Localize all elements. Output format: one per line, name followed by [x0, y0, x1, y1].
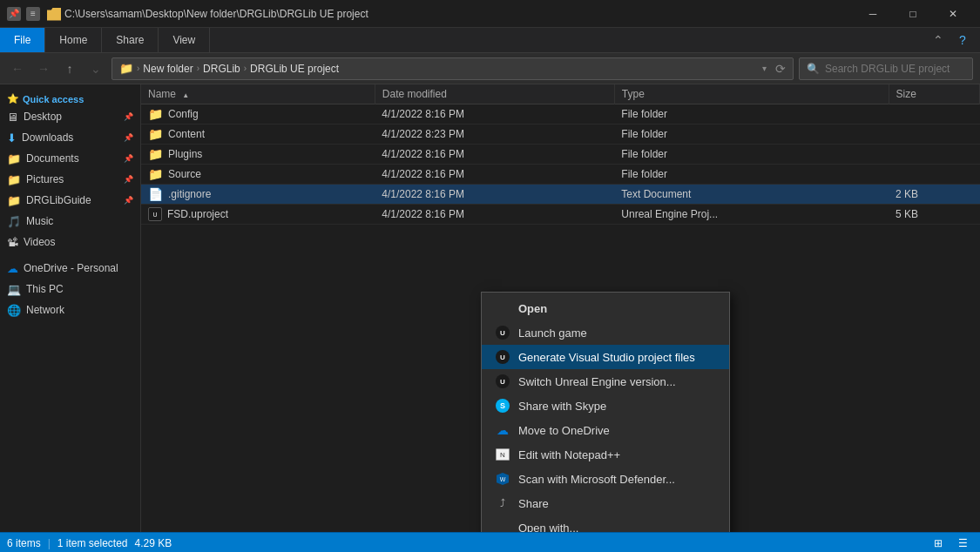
maximize-button[interactable]: □ [893, 0, 933, 28]
ctx-launch[interactable]: U Launch game [482, 320, 729, 345]
videos-icon: 📽 [7, 236, 18, 249]
sidebar-item-documents[interactable]: 📁 Documents 📌 [0, 148, 140, 169]
pin-icon-documents: 📌 [124, 154, 133, 163]
pin-icon-drglibguide: 📌 [124, 196, 133, 205]
help-button[interactable]: ? [952, 30, 973, 50]
col-date[interactable]: Date modified [375, 84, 614, 104]
open-icon [496, 301, 510, 315]
title-path: C:\Users\samam\Desktop\New folder\DRGLib… [64, 8, 853, 20]
file-modified: 4/1/2022 8:16 PM [375, 145, 614, 165]
table-row[interactable]: 📁 Plugins 4/1/2022 8:16 PM File folder [141, 145, 980, 165]
drglibguide-icon: 📁 [7, 194, 21, 207]
up-button[interactable]: ↑ [59, 58, 80, 79]
sidebar-item-pictures[interactable]: 📁 Pictures 📌 [0, 169, 140, 190]
sidebar-item-onedrive[interactable]: ☁ OneDrive - Personal [0, 258, 140, 279]
table-row[interactable]: 📁 Source 4/1/2022 8:16 PM File folder [141, 165, 980, 185]
table-row[interactable]: 📁 Content 4/1/2022 8:23 PM File folder [141, 125, 980, 145]
sidebar-item-music[interactable]: 🎵 Music [0, 211, 140, 232]
ctx-onedrive[interactable]: ☁ Move to OneDrive [482, 418, 729, 442]
sidebar-item-drglibguide[interactable]: 📁 DRGLibGuide 📌 [0, 190, 140, 211]
file-name: FSD.uproject [167, 208, 228, 220]
uproject-icon: U [148, 207, 162, 221]
ribbon: File Home Share View ⌃ ? [0, 28, 980, 53]
openwith-icon [496, 521, 510, 532]
address-path[interactable]: 📁 › New folder › DRGLib › DRGLib UE proj… [112, 57, 794, 80]
file-modified: 4/1/2022 8:16 PM [375, 165, 614, 185]
col-name[interactable]: Name ▲ [141, 84, 375, 104]
file-name: Plugins [168, 148, 202, 160]
sidebar-item-desktop[interactable]: 🖥 Desktop 📌 [0, 106, 140, 127]
folder-icon: 📁 [148, 127, 163, 141]
sidebar-item-network[interactable]: 🌐 Network [0, 300, 140, 320]
back-button[interactable]: ← [7, 58, 28, 79]
file-size [889, 104, 979, 125]
file-name: Content [168, 128, 205, 140]
defender-icon: W [496, 472, 510, 486]
file-size [889, 125, 979, 145]
title-bar-icons: 📌 ≡ [7, 7, 40, 21]
title-bar: 📌 ≡ C:\Users\samam\Desktop\New folder\DR… [0, 0, 980, 28]
skype-icon: S [496, 399, 510, 413]
table-row[interactable]: 📁 Config 4/1/2022 8:16 PM File folder [141, 104, 980, 125]
forward-button[interactable]: → [33, 58, 54, 79]
ctx-generate[interactable]: U Generate Visual Studio project files [482, 345, 729, 369]
search-placeholder: Search DRGLib UE project [825, 63, 950, 75]
folder-icon-addr: 📁 [119, 62, 133, 75]
crumb-2[interactable]: DRGLib [203, 63, 240, 75]
launch-unreal-icon: U [496, 326, 510, 340]
col-size[interactable]: Size [889, 84, 979, 104]
col-type[interactable]: Type [614, 84, 889, 104]
ctx-open[interactable]: Open [482, 296, 729, 320]
address-dropdown-icon[interactable]: ▾ [762, 64, 767, 73]
pin-icon-pictures: 📌 [124, 175, 133, 184]
file-size: 5 KB [889, 205, 979, 225]
ctx-openwith[interactable]: Open with... [482, 515, 729, 532]
grid-view-button[interactable]: ⊞ [928, 535, 949, 552]
file-icon: 📄 [148, 187, 163, 201]
sidebar-item-downloads[interactable]: ⬇ Downloads 📌 [0, 127, 140, 148]
title-controls[interactable]: ─ □ ✕ [853, 0, 973, 28]
list-view-button[interactable]: ☰ [952, 535, 973, 552]
ctx-switch[interactable]: U Switch Unreal Engine version... [482, 369, 729, 394]
minimize-button[interactable]: ─ [853, 0, 893, 28]
tab-view[interactable]: View [159, 28, 210, 52]
recent-button[interactable]: ⌄ [85, 58, 106, 79]
ctx-share[interactable]: ⤴ Share [482, 491, 729, 515]
refresh-button[interactable]: ⟳ [775, 62, 786, 76]
ctx-skype[interactable]: S Share with Skype [482, 394, 729, 418]
desktop-icon: 🖥 [7, 111, 18, 124]
crumb-3[interactable]: DRGLib UE project [250, 63, 339, 75]
file-name: .gitignore [168, 188, 211, 200]
ctx-defender[interactable]: W Scan with Microsoft Defender... [482, 467, 729, 491]
status-view-controls: ⊞ ☰ [928, 535, 973, 552]
tab-home[interactable]: Home [45, 28, 102, 52]
folder-title-icon [47, 7, 61, 21]
search-box[interactable]: 🔍 Search DRGLib UE project [799, 57, 973, 80]
ctx-notepad[interactable]: N Edit with Notepad++ [482, 442, 729, 467]
notepad-icon: N [496, 448, 510, 461]
file-type: File folder [614, 125, 889, 145]
ribbon-tabs: File Home Share View ⌃ ? [0, 28, 980, 52]
file-modified: 4/1/2022 8:16 PM [375, 104, 614, 125]
pictures-icon: 📁 [7, 173, 21, 186]
ribbon-expand-button[interactable]: ⌃ [928, 30, 949, 50]
pin-icon-desktop: 📌 [124, 112, 133, 121]
sidebar-item-thispc[interactable]: 💻 This PC [0, 279, 140, 300]
table-row[interactable]: U FSD.uproject 4/1/2022 8:16 PM Unreal E… [141, 205, 980, 225]
crumb-1[interactable]: New folder [143, 63, 193, 75]
tab-file[interactable]: File [0, 28, 45, 52]
close-button[interactable]: ✕ [933, 0, 973, 28]
pin-icon-downloads: 📌 [124, 133, 133, 142]
thispc-icon: 💻 [7, 283, 21, 296]
status-size: 4.29 KB [135, 537, 172, 549]
quick-access-section: ⭐ Quick access [0, 88, 140, 106]
tab-share[interactable]: Share [102, 28, 159, 52]
file-name: Source [168, 168, 201, 180]
quick-access-icon: ⭐ [7, 93, 19, 104]
sidebar-item-videos[interactable]: 📽 Videos [0, 232, 140, 252]
file-modified: 4/1/2022 8:23 PM [375, 125, 614, 145]
table-row[interactable]: 📄 .gitignore 4/1/2022 8:16 PM Text Docum… [141, 185, 980, 205]
folder-icon: 📁 [148, 107, 163, 121]
address-bar: ← → ↑ ⌄ 📁 › New folder › DRGLib › DRGLib… [0, 53, 980, 84]
search-icon: 🔍 [807, 63, 820, 75]
